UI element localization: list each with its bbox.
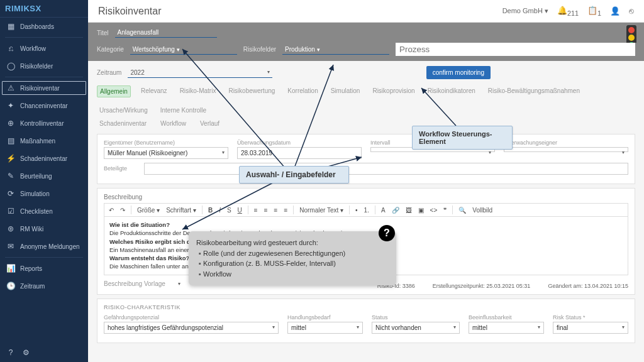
list-ol-button[interactable]: 1. (362, 206, 371, 214)
sidebar-item-massnahmen[interactable]: ▤Maßnahmen (0, 132, 88, 150)
chevron-down-icon: ▾ (453, 324, 456, 330)
assess-icon: ✎ (6, 172, 15, 180)
strike-button[interactable]: S (225, 206, 233, 214)
sidebar-item-simulation[interactable]: ⟳Simulation (0, 185, 88, 202)
quote-button[interactable]: ❞ (441, 206, 448, 214)
status-field[interactable]: Nicht vorhanden▾ (372, 322, 460, 334)
report-icon: 📊 (6, 264, 15, 273)
info-item: Workflow (199, 269, 389, 280)
clipboard-icon[interactable]: 📋1 (587, 6, 601, 17)
bold-button[interactable]: B (206, 206, 214, 214)
tab-bewaeltigung[interactable]: Risiko-Bewältigungsmaßnahmen (486, 85, 582, 97)
page-title: Risikoinventar (98, 6, 161, 17)
zeitraum-field[interactable]: 2022▾ (128, 68, 272, 78)
underline-button[interactable]: U (236, 206, 244, 214)
handlung-label: Handlungsbedarf (287, 314, 363, 321)
font-dropdown[interactable]: Schriftart ▾ (164, 206, 198, 214)
titel-field[interactable]: Anlagenausfall (115, 28, 218, 38)
status-label: Status (372, 314, 460, 321)
shield-icon: ◯ (6, 62, 15, 70)
sidebar-item-rmwiki[interactable]: ⊛RM Wiki (0, 220, 88, 238)
sidebar-item-risikofelder[interactable]: ◯Risikofelder (0, 57, 88, 75)
subtab-schaden[interactable]: Schadeninventar (97, 118, 149, 129)
risk-header-bar: Titel Anlagenausfall (88, 23, 644, 43)
chevron-down-icon: ▾ (357, 324, 359, 330)
chevron-down-icon[interactable]: ▾ (178, 281, 180, 287)
redo-button[interactable]: ↷ (118, 206, 127, 214)
align-right-button[interactable]: ≡ (272, 206, 280, 214)
logout-icon[interactable]: ⎋ (629, 6, 634, 16)
sidebar-item-zeitraum[interactable]: 🕒Zeitraum (0, 277, 88, 295)
size-dropdown[interactable]: Größe ▾ (135, 206, 162, 214)
riskstatus-field[interactable]: final▾ (553, 322, 628, 334)
owner-field[interactable]: Müller Manuel (Risikoeigner) ▾ (104, 147, 228, 159)
sidebar-item-reports[interactable]: 📊Reports (0, 260, 88, 277)
subtab-verlauf[interactable]: Verlauf (197, 118, 222, 129)
subtab-workflow[interactable]: Workflow (158, 118, 189, 129)
confirm-monitoring-button[interactable]: confirm monitoring (426, 66, 491, 79)
link-button[interactable]: 🔗 (390, 206, 401, 214)
align-left-button[interactable]: ≡ (252, 206, 260, 214)
prozess-field[interactable] (396, 43, 635, 56)
video-button[interactable]: ▣ (416, 206, 426, 214)
sidebar-item-workflow[interactable]: ⎌Workflow (0, 40, 88, 57)
sidebar-item-chanceninventar[interactable]: ✦Chanceninventar (0, 97, 88, 114)
main-area: Risikoinventar Demo GmbH ▾ 🔔211 📋1 👤 ⎋ T… (88, 0, 644, 362)
callout-workflow: Workflow Steuerungs-Element (412, 126, 513, 150)
tenant-dropdown[interactable]: Demo GmbH ▾ (502, 7, 548, 15)
align-justify-button[interactable]: ≡ (282, 206, 289, 214)
tab-kontrolle[interactable]: Interne Kontrolle (158, 105, 209, 116)
risikofelder-field[interactable]: Produktion ▾ (282, 45, 389, 55)
format-dropdown[interactable]: Normaler Text ▾ (297, 206, 345, 214)
list-ul-button[interactable]: • (353, 206, 360, 214)
risk-header-bar2: Kategorie Wertschöpfung ▾ Risikofelder P… (88, 43, 644, 61)
kategorie-field[interactable]: Wertschöpfung ▾ (130, 45, 237, 55)
changed-at: Geändert am: 13.04.2021 10:15 (548, 283, 628, 289)
tab-bewertung[interactable]: Risikobewertung (226, 85, 277, 97)
header: Risikoinventar Demo GmbH ▾ 🔔211 📋1 👤 ⎋ (88, 0, 644, 23)
gear-icon[interactable]: ⚙ (21, 348, 30, 357)
tab-simulation[interactable]: Simulation (328, 85, 363, 97)
help-icon[interactable]: ? (6, 348, 15, 357)
sidebar-item-checklisten[interactable]: ☑Checklisten (0, 202, 88, 220)
chevron-down-icon: ▾ (538, 324, 540, 330)
beteiligte-field[interactable] (144, 163, 628, 175)
info-item: Konfiguration (z. B. MUSS-Felder, Interv… (199, 258, 389, 269)
tab-matrix[interactable]: Risiko-Matrix (177, 85, 219, 97)
help-badge-icon: ? (379, 225, 395, 241)
eigner-field[interactable]: ▾ (504, 147, 628, 152)
tab-indikatoren[interactable]: Risikoindikatoren (425, 85, 478, 97)
image-button[interactable]: 🖼 (404, 206, 414, 214)
italic-button[interactable]: I (217, 206, 223, 214)
handlung-field[interactable]: mittel▾ (287, 322, 363, 334)
align-center-button[interactable]: ≡ (262, 206, 270, 214)
ueberwachung-field[interactable]: 28.03.2019 (237, 147, 362, 159)
created-at: Erstellungszeitpunkt: 25.03.2021 05:31 (433, 283, 531, 289)
inventory-icon: ⚠ (6, 84, 15, 92)
beeinfluss-field[interactable]: mittel▾ (469, 322, 544, 334)
chevron-down-icon: ▾ (489, 150, 491, 155)
sidebar-item-risikoinventar[interactable]: ⚠Risikoinventar (0, 79, 88, 97)
color-button[interactable]: A (379, 206, 387, 214)
editor-toolbar: ↶ ↷ Größe ▾ Schriftart ▾ B I S U ≡ ≡ ≡ ≡… (104, 203, 628, 217)
tab-ursache[interactable]: Ursache/Wirkung (97, 105, 150, 116)
sidebar-item-kontrollinventar[interactable]: ⊕Kontrollinventar (0, 114, 88, 132)
sidebar-item-dashboards[interactable]: ▦Dashboards (0, 18, 88, 35)
tab-relevanz[interactable]: Relevanz (138, 85, 170, 97)
sidebar-item-anonyme[interactable]: ✉Anonyme Meldungen (0, 238, 88, 255)
tab-allgemein[interactable]: Allgemein (97, 85, 131, 97)
sidebar-item-beurteilung[interactable]: ✎Beurteilung (0, 167, 88, 185)
fullscreen-button[interactable]: Vollbild (470, 206, 494, 214)
gefahr-field[interactable]: hohes langfristiges Gefährdungspotenzial… (104, 322, 279, 334)
tab-provision[interactable]: Risikoprovision (370, 85, 417, 97)
code-button[interactable]: <> (428, 206, 440, 214)
undo-button[interactable]: ↶ (107, 206, 116, 214)
bell-icon[interactable]: 🔔211 (557, 6, 579, 17)
damage-icon: ⚡ (6, 154, 15, 163)
chevron-down-icon: ▾ (622, 324, 625, 330)
gefahr-label: Gefährdungspotenzial (104, 314, 279, 321)
user-icon[interactable]: 👤 (610, 6, 620, 16)
search-button[interactable]: 🔍 (457, 206, 468, 214)
tab-korrelation[interactable]: Korrelation (285, 85, 320, 97)
sidebar-item-schadeninventar[interactable]: ⚡Schadeninventar (0, 150, 88, 167)
